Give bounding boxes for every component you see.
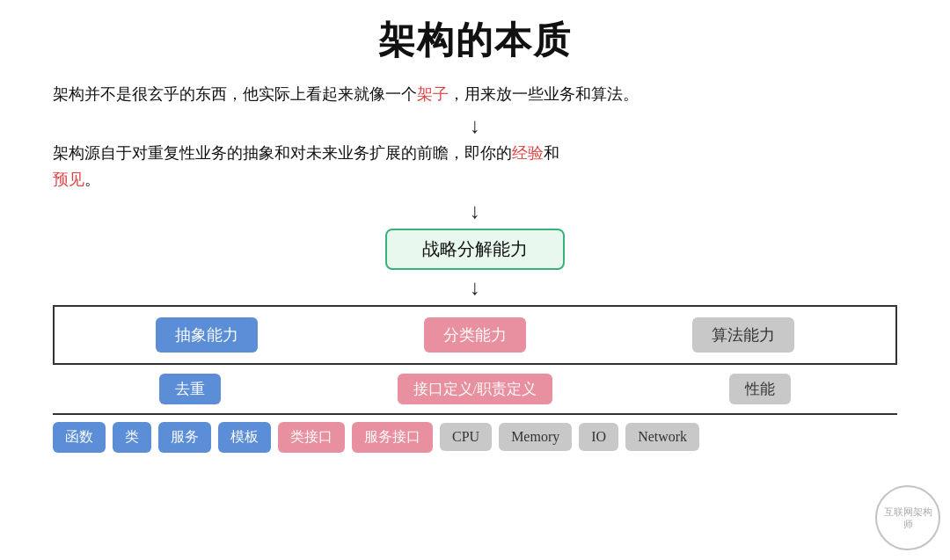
bottom-blue-4: 模板 bbox=[218, 422, 271, 453]
arrow3: ↓ bbox=[470, 277, 480, 298]
bottom-blue-3: 服务 bbox=[158, 422, 211, 453]
bottom-gray-cpu: CPU bbox=[440, 423, 492, 451]
paragraph2-middle: 和 bbox=[544, 144, 559, 162]
page-title: 架构的本质 bbox=[378, 16, 572, 65]
level2-row: 去重 接口定义/职责定义 性能 bbox=[53, 370, 897, 408]
watermark-circle: 互联网架构师 bbox=[875, 485, 940, 550]
level2-col1: 去重 bbox=[159, 374, 221, 404]
arrow1: ↓ bbox=[470, 115, 480, 136]
bottom-blue-2: 类 bbox=[113, 422, 151, 453]
paragraph1-middle: ，用来放一些业务和算法。 bbox=[449, 85, 639, 103]
watermark: 互联网架构师 bbox=[873, 483, 943, 553]
paragraph2: 架构源自于对重复性业务的抽象和对未来业务扩展的前瞻，即你的经验和预见。 bbox=[53, 140, 897, 193]
bottom-pink-2: 服务接口 bbox=[352, 422, 433, 453]
paragraph1-before: 架构并不是很玄乎的东西，他实际上看起来就像一个 bbox=[53, 85, 417, 103]
page-container: 架构的本质 架构并不是很玄乎的东西，他实际上看起来就像一个架子，用来放一些业务和… bbox=[0, 0, 950, 560]
paragraph2-after: 。 bbox=[84, 171, 100, 188]
paragraph1: 架构并不是很玄乎的东西，他实际上看起来就像一个架子，用来放一些业务和算法。 bbox=[53, 81, 897, 108]
level1-col1: 抽象能力 bbox=[156, 317, 258, 353]
level1-col3: 算法能力 bbox=[692, 317, 794, 353]
watermark-text: 互联网架构师 bbox=[881, 505, 935, 531]
bottom-pink-1: 类接口 bbox=[278, 422, 345, 453]
arrow2: ↓ bbox=[470, 200, 480, 222]
level1-container: 抽象能力 分类能力 算法能力 bbox=[53, 305, 897, 365]
bottom-blue-1: 函数 bbox=[53, 422, 106, 453]
bottom-gray-io: IO bbox=[579, 423, 618, 451]
level2-col2: 接口定义/职责定义 bbox=[398, 374, 553, 404]
paragraph2-highlight1: 经验 bbox=[512, 144, 544, 162]
paragraph2-before: 架构源自于对重复性业务的抽象和对未来业务扩展的前瞻，即你的 bbox=[53, 144, 512, 162]
bottom-gray-network: Network bbox=[625, 423, 699, 451]
bottom-gray-memory: Memory bbox=[499, 423, 572, 451]
bottom-row: 函数 类 服务 模板 类接口 服务接口 CPU Memory IO Networ… bbox=[53, 413, 897, 456]
level2-col3: 性能 bbox=[729, 374, 791, 404]
paragraph2-highlight2: 预见 bbox=[53, 171, 84, 188]
level1-col2: 分类能力 bbox=[424, 317, 526, 353]
paragraph1-highlight1: 架子 bbox=[417, 85, 449, 103]
strategy-box: 战略分解能力 bbox=[385, 229, 565, 270]
